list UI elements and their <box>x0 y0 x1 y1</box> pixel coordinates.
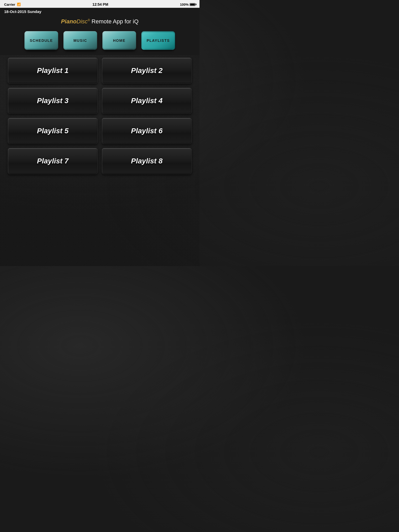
battery-label: 100% <box>180 3 189 6</box>
nav-playlists-button[interactable]: PLAYLISTS <box>141 31 175 50</box>
playlist-2-button[interactable]: Playlist 2 <box>102 58 192 84</box>
nav-schedule-button[interactable]: SCHEDULE <box>24 31 58 50</box>
playlist-grid: Playlist 1 Playlist 2 Playlist 3 Playlis… <box>0 55 200 179</box>
title-disc: Disc <box>77 18 88 25</box>
playlist-3-button[interactable]: Playlist 3 <box>8 88 98 114</box>
status-left: Carrier 📶 <box>4 3 21 6</box>
date-text: 18-Oct-2015 Sunday <box>4 9 41 14</box>
playlist-8-label: Playlist 8 <box>131 157 162 165</box>
playlist-5-label: Playlist 5 <box>37 127 68 135</box>
title-remote: Remote App for iQ <box>90 18 138 25</box>
battery-icon <box>190 3 195 6</box>
playlist-3-label: Playlist 3 <box>37 97 68 105</box>
carrier-label: Carrier <box>4 3 15 6</box>
title-piano: Piano <box>61 18 77 25</box>
playlist-7-label: Playlist 7 <box>37 157 68 165</box>
playlist-4-label: Playlist 4 <box>131 97 162 105</box>
nav-music-button[interactable]: MUSIC <box>63 31 97 50</box>
app-title: PianoDisc® Remote App for iQ <box>61 18 139 25</box>
date-bar: 18-Oct-2015 Sunday <box>0 8 200 16</box>
playlist-6-button[interactable]: Playlist 6 <box>102 118 192 144</box>
playlist-8-button[interactable]: Playlist 8 <box>102 148 192 174</box>
playlist-1-button[interactable]: Playlist 1 <box>8 58 98 84</box>
playlist-2-label: Playlist 2 <box>131 66 162 75</box>
title-reg: ® <box>88 18 90 22</box>
playlist-5-button[interactable]: Playlist 5 <box>8 118 98 144</box>
playlist-6-label: Playlist 6 <box>131 127 162 135</box>
nav-home-button[interactable]: HOME <box>102 31 136 50</box>
playlist-4-button[interactable]: Playlist 4 <box>102 88 192 114</box>
nav-bar: SCHEDULE MUSIC HOME PLAYLISTS <box>0 29 200 55</box>
playlist-7-button[interactable]: Playlist 7 <box>8 148 98 174</box>
playlist-1-label: Playlist 1 <box>37 66 68 75</box>
wifi-icon: 📶 <box>17 3 21 6</box>
app-header: PianoDisc® Remote App for iQ <box>0 16 200 29</box>
status-right: 100% <box>180 3 195 6</box>
status-bar: Carrier 📶 12:54 PM 100% <box>0 0 200 8</box>
time-display: 12:54 PM <box>92 2 108 6</box>
